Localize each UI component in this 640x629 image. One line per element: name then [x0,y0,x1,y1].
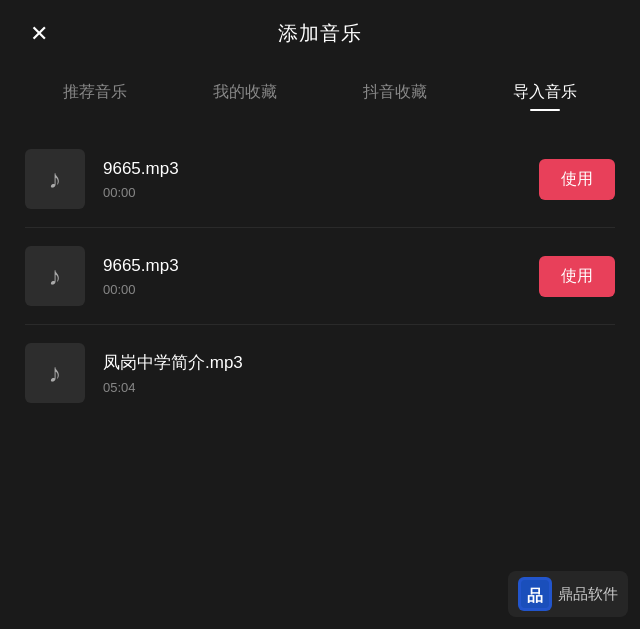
use-button-2[interactable]: 使用 [539,256,615,297]
music-duration-1: 00:00 [103,185,521,200]
tab-recommend[interactable]: 推荐音乐 [63,82,127,111]
page-title: 添加音乐 [278,20,362,47]
tab-import[interactable]: 导入音乐 [513,82,577,111]
use-button-1[interactable]: 使用 [539,159,615,200]
music-duration-2: 00:00 [103,282,521,297]
close-button[interactable]: ✕ [30,23,48,45]
music-info-1: 9665.mp3 00:00 [103,159,521,200]
music-note-icon-2: ♪ [49,261,62,292]
music-info-2: 9665.mp3 00:00 [103,256,521,297]
svg-text:品: 品 [527,587,543,604]
music-list: ♪ 9665.mp3 00:00 使用 ♪ 9665.mp3 00:00 使用 … [0,121,640,431]
watermark: 品 鼎品软件 [508,571,628,617]
music-duration-3: 05:04 [103,380,615,395]
watermark-logo-icon: 品 [521,580,549,608]
music-thumbnail-2: ♪ [25,246,85,306]
music-thumbnail-1: ♪ [25,149,85,209]
watermark-icon: 品 [518,577,552,611]
music-thumbnail-3: ♪ [25,343,85,403]
music-name-2: 9665.mp3 [103,256,521,276]
tab-favorites[interactable]: 我的收藏 [213,82,277,111]
music-name-1: 9665.mp3 [103,159,521,179]
music-item-1: ♪ 9665.mp3 00:00 使用 [0,131,640,227]
tab-bar: 推荐音乐 我的收藏 抖音收藏 导入音乐 [0,67,640,111]
header: ✕ 添加音乐 [0,0,640,67]
watermark-label: 鼎品软件 [558,585,618,604]
music-note-icon-1: ♪ [49,164,62,195]
tab-douyin[interactable]: 抖音收藏 [363,82,427,111]
music-item-2: ♪ 9665.mp3 00:00 使用 [0,228,640,324]
music-item-3: ♪ 凤岗中学简介.mp3 05:04 [0,325,640,421]
music-info-3: 凤岗中学简介.mp3 05:04 [103,351,615,395]
music-name-3: 凤岗中学简介.mp3 [103,351,615,374]
music-note-icon-3: ♪ [49,358,62,389]
